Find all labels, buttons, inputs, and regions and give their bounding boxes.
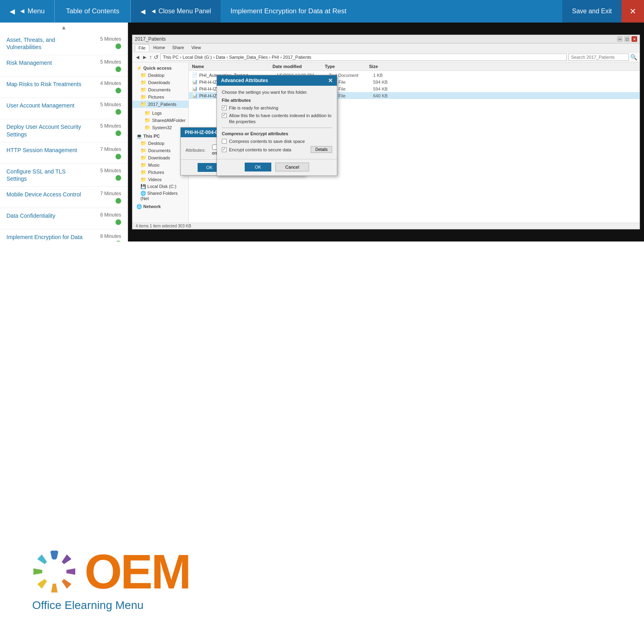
completion-dot: [116, 109, 121, 115]
close-panel-icon: ◀: [140, 8, 145, 15]
svg-marker-7: [33, 568, 42, 575]
fe-nav-bar: ◄ ► ↑ ↺ 🔍: [132, 52, 640, 62]
adv-instruction: Choose the settings you want for this fo…: [222, 90, 332, 95]
sidebar-item-title: Data Confidentiality: [6, 213, 55, 219]
menu-button[interactable]: ◀ ◄ Menu: [0, 0, 55, 23]
fe-up-btn[interactable]: ↑: [149, 54, 152, 60]
bottom-section: OEM Office Elearning Menu: [0, 242, 644, 644]
fe-sidebar-2017patients[interactable]: 📁 2017_Patients: [132, 101, 188, 108]
adv-compress-checkbox[interactable]: [222, 139, 227, 144]
svg-marker-5: [51, 584, 58, 592]
save-exit-button[interactable]: Save and Exit: [562, 0, 621, 23]
toc-label: Table of Contents: [66, 7, 119, 15]
adv-archive-checkbox[interactable]: [222, 105, 227, 110]
fe-sidebar-network-header[interactable]: 🌐 Network: [132, 203, 188, 210]
fe-forward-btn[interactable]: ►: [142, 54, 148, 60]
fe-sidebar-desktop[interactable]: 📁 Desktop: [132, 72, 188, 79]
close-panel-button[interactable]: ◀ ◄ Close Menu Panel: [131, 0, 221, 23]
fe-menu-bar: File Home Share View: [132, 43, 640, 52]
fe-sidebar-pc-videos[interactable]: 📁 Videos: [132, 176, 188, 183]
adv-details-button[interactable]: Details: [311, 146, 332, 153]
fe-sidebar-pictures[interactable]: 📁 Pictures: [132, 93, 188, 101]
fe-refresh-btn[interactable]: ↺: [154, 54, 159, 60]
sidebar: ▲ Asset, Threats, and Vulnerabilities 5 …: [0, 23, 128, 242]
adv-index-label: Allow this file to have contents indexed…: [229, 113, 332, 124]
menu-icon: ◀: [10, 7, 15, 16]
fe-column-headers: Name Date modified Type Size: [189, 62, 640, 71]
sidebar-item-risk-management[interactable]: Risk Management 5 Minutes: [0, 55, 128, 76]
sidebar-item-title: Implement Encryption for Data in Motion: [6, 234, 83, 242]
svg-marker-8: [37, 555, 48, 566]
scroll-up-indicator[interactable]: ▲: [0, 23, 128, 32]
oem-arrows-icon: [32, 549, 76, 594]
svg-marker-3: [66, 568, 75, 575]
sidebar-item-mobile-device[interactable]: Mobile Device Access Control 7 Minutes: [0, 187, 128, 208]
adv-cancel-button[interactable]: Cancel: [275, 163, 309, 171]
fe-col-size-header: Size: [366, 63, 394, 70]
sidebar-item-title: Map Risks to Risk Treatments: [6, 81, 81, 87]
oem-logo-row: OEM: [32, 547, 190, 596]
fe-back-btn[interactable]: ◄: [135, 54, 140, 60]
adv-encrypt-checkbox[interactable]: [222, 147, 227, 152]
svg-marker-6: [37, 578, 48, 589]
fe-sidebar-shared-net[interactable]: 🌐 Shared Folders (Net: [132, 190, 188, 202]
adv-dialog-titlebar: Advanced Attributes ✕: [217, 75, 337, 86]
sidebar-item-title: HTTP Session Management: [6, 147, 77, 153]
header-title: Implement Encryption for Data at Rest: [221, 7, 562, 15]
fe-menu-home[interactable]: Home: [150, 44, 168, 51]
completion-dot: [116, 88, 121, 93]
fe-sidebar-documents[interactable]: 📁 Documents: [132, 86, 188, 93]
sidebar-item-encrypt-motion[interactable]: Implement Encryption for Data in Motion …: [0, 229, 128, 242]
fe-sidebar-logs[interactable]: 📁 Logs: [136, 109, 188, 117]
menu-label: ◄ Menu: [19, 7, 45, 15]
close-x-button[interactable]: ✕: [621, 0, 644, 23]
fe-search-input[interactable]: [568, 54, 629, 61]
content-area: 2017_Patients ─ □ ✕ File Home Share View…: [128, 23, 644, 242]
sidebar-item-map-risks[interactable]: Map Risks to Risk Treatments 4 Minutes: [0, 76, 128, 98]
sidebar-item-user-account[interactable]: User Account Management 5 Minutes: [0, 98, 128, 119]
fe-col-type-header: Type: [322, 63, 366, 70]
fe-sidebar-group-quickaccess: ⚡ Quick access 📁 Desktop 📁 Downloads 📁 D…: [132, 65, 188, 108]
fe-window-controls: ─ □ ✕: [617, 36, 637, 42]
adv-ok-button[interactable]: OK: [245, 163, 271, 171]
completion-dot: [116, 154, 121, 159]
adv-close-icon[interactable]: ✕: [328, 77, 333, 84]
fe-status-bar: 4 items 1 item selected 303 KB: [132, 223, 640, 229]
fe-col-date-header: Date modified: [269, 63, 322, 70]
fe-menu-share[interactable]: Share: [169, 44, 187, 51]
sidebar-item-ssl-tls[interactable]: Configure SSL and TLS Settings 5 Minutes: [0, 164, 128, 187]
fe-menu-file[interactable]: File: [135, 44, 149, 51]
svg-marker-4: [61, 578, 72, 589]
fe-sidebar-downloads[interactable]: 📁 Downloads: [132, 79, 188, 86]
completion-dot: [116, 66, 121, 72]
sidebar-item-http-session[interactable]: HTTP Session Management 7 Minutes: [0, 142, 128, 164]
fe-maximize-btn[interactable]: □: [624, 36, 630, 42]
svg-marker-2: [61, 555, 72, 566]
close-panel-label: ◄ Close Menu Panel: [150, 8, 211, 15]
sidebar-item-data-confidentiality[interactable]: Data Confidentiality 8 Minutes: [0, 208, 128, 229]
main-layout: ▲ Asset, Threats, and Vulnerabilities 5 …: [0, 23, 644, 242]
sidebar-item-title: Configure SSL and TLS Settings: [6, 168, 66, 182]
adv-dialog-body: Choose the settings you want for this fo…: [217, 86, 337, 159]
fe-minimize-btn[interactable]: ─: [617, 36, 623, 42]
fe-sidebar-quickaccess-header[interactable]: ⚡ Quick access: [132, 65, 188, 72]
fe-search-btn[interactable]: 🔍: [630, 54, 637, 60]
fe-sidebar-localdisk[interactable]: 💾 Local Disk (C:): [132, 183, 188, 190]
adv-archive-label: File is ready for archiving: [229, 105, 278, 111]
toc-button[interactable]: Table of Contents: [55, 0, 131, 23]
sidebar-item-asset-threats[interactable]: Asset, Threats, and Vulnerabilities 5 Mi…: [0, 32, 128, 55]
completion-dot: [116, 130, 121, 136]
sidebar-item-title: Mobile Device Access Control: [6, 191, 81, 198]
fe-sidebar-sharedfolder[interactable]: 📁 SharedAMFolder: [136, 117, 188, 124]
fe-menu-view[interactable]: View: [188, 44, 204, 51]
completion-dot: [116, 219, 121, 225]
file-explorer-titlebar: 2017_Patients ─ □ ✕: [132, 35, 640, 43]
completion-dot: [116, 198, 121, 204]
sidebar-item-deploy-user[interactable]: Deploy User Account Security Settings 5 …: [0, 119, 128, 142]
oem-logo-area: OEM Office Elearning Menu: [32, 547, 190, 612]
fe-address-bar[interactable]: [160, 54, 567, 61]
fe-close-btn[interactable]: ✕: [632, 36, 637, 42]
adv-index-checkbox[interactable]: [222, 113, 227, 118]
advanced-attributes-dialog: Advanced Attributes ✕ Choose the setting…: [217, 75, 337, 176]
fe-col-name-header: Name: [189, 63, 269, 70]
